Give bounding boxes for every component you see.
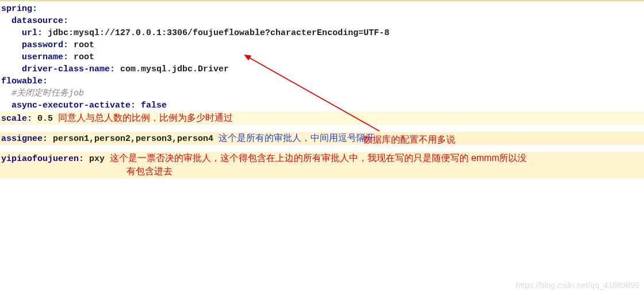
yaml-value-scale: 0.5 <box>37 114 53 124</box>
yaml-value-password: root <box>74 40 94 50</box>
yaml-value-username: root <box>74 52 94 62</box>
annotation-db: 数据库的配置不用多说 <box>363 133 455 146</box>
annotation-yipiao-line1: 这个是一票否决的审批人，这个得包含在上边的所有审批人中，我现在写的只是随便写的 … <box>110 153 527 163</box>
yaml-key-datasource: datasource: <box>12 16 68 26</box>
yaml-key-assignee: assignee: <box>1 134 48 144</box>
yaml-key-username: username: <box>22 52 68 62</box>
annotation-scale: 同意人与总人数的比例，比例为多少时通过 <box>58 113 233 122</box>
yaml-key-yipiao: yipiaofoujueren: <box>1 154 84 164</box>
yaml-value-driver: com.mysql.jdbc.Driver <box>120 64 229 74</box>
yaml-comment: #关闭定时任务job <box>12 89 84 98</box>
code-editor: spring: datasource: url: jdbc:mysql://12… <box>0 2 644 178</box>
yaml-key-async: async-executor-activate: <box>12 101 136 110</box>
yaml-key-url: url: <box>22 28 43 38</box>
annotation-yipiao-line2: 有包含进去 <box>1 166 172 176</box>
watermark-text: https://blog.csdn.net/qq_41889899 <box>516 280 639 292</box>
annotation-assignee: 这个是所有的审批人，中间用逗号隔开 <box>218 133 375 143</box>
yaml-key-flowable: flowable: <box>1 76 48 86</box>
yaml-value-url: jdbc:mysql://127.0.0.1:3306/foujueflowab… <box>48 28 389 38</box>
yaml-value-assignee: person1,person2,person3,person4 <box>53 134 213 144</box>
yaml-key-scale: scale: <box>1 114 32 124</box>
yaml-key-driver: driver-class-name: <box>22 64 115 74</box>
yaml-value-async: false <box>141 101 167 110</box>
yaml-key-spring: spring: <box>1 4 37 14</box>
yaml-key-password: password: <box>22 40 68 50</box>
yaml-value-yipiao: pxy <box>89 154 105 164</box>
